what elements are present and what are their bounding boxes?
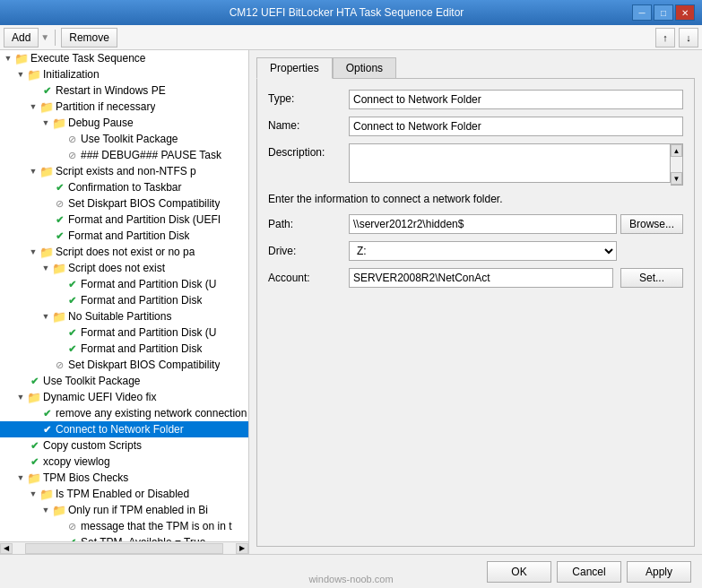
- tree-item-label: No Suitable Partitions: [68, 310, 171, 323]
- tree-item-label: Dynamic UEFI Video fix: [43, 391, 157, 403]
- tab-content: Type: Name: Description: ▲: [256, 78, 695, 547]
- apply-button[interactable]: Apply: [627, 561, 691, 583]
- ok-button[interactable]: OK: [487, 561, 551, 583]
- description-wrapper: ▲ ▼: [349, 143, 683, 186]
- folder-icon: 📁: [39, 246, 54, 259]
- browse-button[interactable]: Browse...: [620, 214, 683, 234]
- description-input[interactable]: [349, 143, 671, 183]
- tree-item-label: ### DEBUG### PAUSE Task: [81, 149, 221, 161]
- tree-item[interactable]: ▼📁Only run if TPM enabled in Bi: [0, 502, 248, 518]
- tree-item[interactable]: ✔Connect to Network Folder: [0, 421, 248, 437]
- check-icon: ✔: [68, 343, 76, 355]
- title-bar: CM12 UEFI BitLocker HTA Task Sequence Ed…: [0, 0, 702, 25]
- tree-item[interactable]: ▼📁Debug Pause: [0, 115, 248, 131]
- tree-item[interactable]: ✔Confirmation to Taskbar: [0, 179, 248, 195]
- account-input[interactable]: [349, 268, 613, 288]
- tree-item-label: Format and Partition Disk: [68, 229, 189, 242]
- maximize-button[interactable]: □: [654, 4, 673, 21]
- tree-item[interactable]: ⊘Set Diskpart BIOS Compatibility: [0, 357, 248, 373]
- type-label: Type:: [268, 90, 349, 105]
- scroll-up-arrow[interactable]: ▲: [671, 144, 682, 157]
- toolbar-icon-group: ↑ ↓: [655, 28, 698, 48]
- name-control: [349, 117, 683, 136]
- tree-item[interactable]: ▼📁Execute Task Sequence: [0, 50, 248, 66]
- tree-item[interactable]: ▼📁Is TPM Enabled or Disabled: [0, 486, 248, 502]
- name-input[interactable]: [349, 117, 683, 136]
- tree-item[interactable]: ✔Format and Partition Disk (U: [0, 276, 248, 292]
- folder-icon: 📁: [39, 165, 54, 178]
- tree-item[interactable]: ✔Restart in Windows PE: [0, 82, 248, 99]
- disabled-icon: ⊘: [68, 150, 76, 161]
- description-row: Description: ▲ ▼: [268, 143, 683, 186]
- tree-item[interactable]: ✔Set TPM_Available = True: [0, 534, 248, 541]
- tree-item[interactable]: ▼📁Initialization: [0, 66, 248, 82]
- move-down-icon[interactable]: ↓: [679, 28, 698, 48]
- tree-item-label: message that the TPM is on in t: [81, 520, 232, 532]
- tabs: Properties Options: [256, 57, 695, 79]
- tree-item[interactable]: ▼📁TPM Bios Checks: [0, 470, 248, 486]
- tree-item-label: Restart in Windows PE: [56, 84, 166, 97]
- tree-item[interactable]: ▼📁Dynamic UEFI Video fix: [0, 389, 248, 405]
- close-button[interactable]: ✕: [675, 4, 695, 21]
- hscroll-right[interactable]: ▶: [236, 543, 248, 554]
- tree-item-label: Script does not exist: [68, 262, 165, 274]
- tree-item[interactable]: ⊘message that the TPM is on in t: [0, 518, 248, 534]
- type-control: [349, 90, 683, 109]
- tree-item[interactable]: ▼📁Script does not exist: [0, 260, 248, 276]
- main-area: ▼📁Execute Task Sequence▼📁Initialization✔…: [0, 50, 702, 554]
- tree-item[interactable]: ⊘Set Diskpart BIOS Compatibility: [0, 195, 248, 212]
- tab-options[interactable]: Options: [333, 57, 396, 79]
- drive-select[interactable]: Z:A:B:C:D:E:F:G:H:I:J:K:L:M:N:O:P:Q:R:S:…: [349, 241, 617, 261]
- tree-item[interactable]: ▼📁Script exists and non-NTFS p: [0, 163, 248, 179]
- set-button[interactable]: Set...: [620, 268, 683, 288]
- tree-item[interactable]: ✔Format and Partition Disk (UEFI: [0, 212, 248, 228]
- tree-item[interactable]: ✔remove any existing network connection: [0, 405, 248, 421]
- remove-button[interactable]: Remove: [61, 28, 117, 48]
- tree-item-label: TPM Bios Checks: [43, 471, 128, 484]
- window-title: CM12 UEFI BitLocker HTA Task Sequence Ed…: [61, 6, 632, 19]
- right-panel: Properties Options Type: Name: Descri: [249, 50, 702, 554]
- account-row: Account: Set...: [268, 268, 683, 288]
- tree-item[interactable]: ✔xcopy viewlog: [0, 454, 248, 470]
- tree-item-label: Connect to Network Folder: [56, 423, 184, 436]
- tree-item[interactable]: ✔Copy custom Scripts: [0, 437, 248, 454]
- tree-item-label: Partition if necessary: [56, 100, 155, 113]
- folder-icon: 📁: [52, 262, 66, 275]
- tree-item-label: Format and Partition Disk (UEFI: [68, 213, 221, 226]
- toolbar: Add ▼ Remove ↑ ↓: [0, 25, 702, 50]
- cancel-button[interactable]: Cancel: [557, 561, 621, 583]
- tree-item[interactable]: ✔Use Toolkit Package: [0, 373, 248, 389]
- type-input[interactable]: [349, 90, 683, 109]
- tree-item[interactable]: ✔Format and Partition Disk: [0, 228, 248, 244]
- tree-item[interactable]: ✔Format and Partition Disk: [0, 292, 248, 308]
- hscroll-track: [25, 543, 223, 554]
- tree-item[interactable]: ▼📁Partition if necessary: [0, 99, 248, 115]
- type-row: Type:: [268, 90, 683, 109]
- scroll-down-arrow[interactable]: ▼: [671, 172, 682, 185]
- minimize-button[interactable]: ─: [632, 4, 652, 21]
- tree-item-label: Set Diskpart BIOS Compatibility: [68, 359, 220, 371]
- add-button[interactable]: Add: [4, 28, 39, 48]
- path-label: Path:: [268, 218, 349, 230]
- tree-item[interactable]: ✔Format and Partition Disk: [0, 341, 248, 357]
- folder-icon: 📁: [39, 100, 54, 114]
- folder-icon: 📁: [52, 504, 66, 517]
- tree-item[interactable]: ▼📁No Suitable Partitions: [0, 308, 248, 324]
- info-text: Enter the information to connect a netwo…: [268, 193, 683, 205]
- check-icon: ✔: [30, 440, 39, 452]
- tree-item[interactable]: ✔Format and Partition Disk (U: [0, 324, 248, 341]
- tree-item[interactable]: ⊘Use Toolkit Package: [0, 131, 248, 147]
- path-input[interactable]: [349, 214, 617, 234]
- check-icon: ✔: [68, 295, 76, 307]
- tree-scroll[interactable]: ▼📁Execute Task Sequence▼📁Initialization✔…: [0, 50, 248, 541]
- hscroll-left[interactable]: ◀: [0, 543, 13, 554]
- folder-icon: 📁: [27, 68, 41, 82]
- tree-item-label: Set Diskpart BIOS Compatibility: [68, 197, 220, 210]
- check-icon: ✔: [68, 327, 76, 339]
- tree-item[interactable]: ⊘### DEBUG### PAUSE Task: [0, 147, 248, 163]
- tree-item[interactable]: ▼📁Script does not exist or no pa: [0, 244, 248, 260]
- tree-item-label: Format and Partition Disk: [81, 342, 202, 355]
- move-up-icon[interactable]: ↑: [655, 28, 675, 48]
- tree-item-label: Initialization: [43, 68, 100, 81]
- tab-properties[interactable]: Properties: [256, 57, 333, 79]
